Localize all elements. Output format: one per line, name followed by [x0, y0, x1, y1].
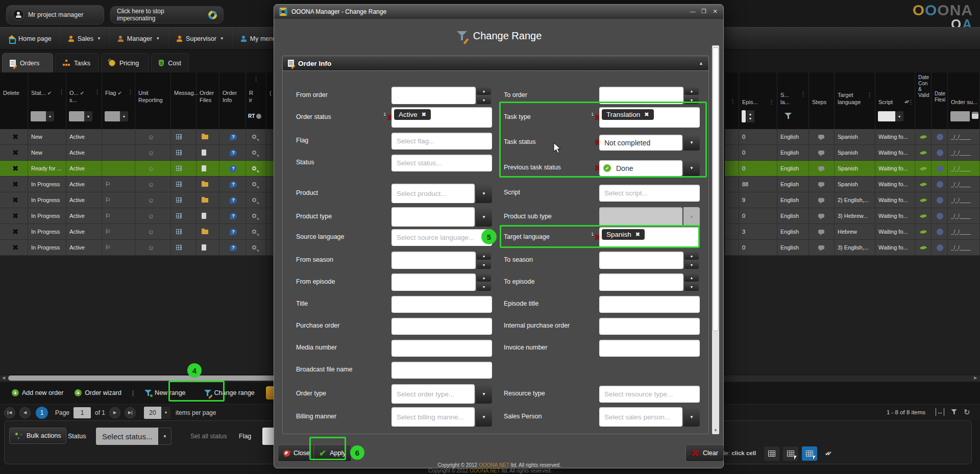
- first-page-button[interactable]: ◀: [4, 407, 15, 418]
- task-status-field[interactable]: Not completed▼: [599, 135, 700, 151]
- table-row[interactable]: ✖In ProgressActive⚐☺?: [0, 240, 274, 256]
- selected-tag[interactable]: Active✖: [394, 109, 431, 120]
- spinner-buttons[interactable]: ▲▼: [477, 252, 491, 269]
- bulk-status-select[interactable]: Select status...▼: [96, 428, 172, 445]
- table-row[interactable]: ✖NewActive☺?: [0, 145, 274, 161]
- tab-pricing[interactable]: Pricing: [101, 53, 149, 72]
- nav-home-page[interactable]: Home page: [0, 28, 60, 49]
- maximize-icon[interactable]: ❒: [700, 8, 708, 15]
- order-supply-filter[interactable]: [950, 111, 970, 121]
- internal-purchase-order-field[interactable]: [599, 318, 700, 335]
- apply-button[interactable]: ✔Apply: [313, 444, 352, 462]
- to-season-field[interactable]: ▲▼: [599, 252, 699, 269]
- spin-up-icon[interactable]: ▲: [477, 87, 491, 95]
- column-menu-icon[interactable]: ⋮: [769, 99, 774, 106]
- delete-row-button[interactable]: ✖: [0, 224, 28, 239]
- bulk-actions-button[interactable]: Bulk actions: [9, 428, 66, 444]
- delete-row-button[interactable]: ✖: [0, 145, 28, 160]
- nav-supervisor[interactable]: Supervisor▼: [168, 28, 233, 49]
- truncated-orange-button[interactable]: [266, 386, 274, 400]
- table-row[interactable]: ✖In ProgressActive⚐☺?: [0, 192, 274, 208]
- source-language-filter-icon[interactable]: [785, 112, 792, 119]
- refresh-icon[interactable]: ↻: [964, 408, 970, 417]
- table-row[interactable]: 0EnglishSpanishWaiting fo..._/_/____: [725, 129, 980, 145]
- remove-tag-icon[interactable]: ✖: [422, 111, 426, 118]
- current-page-button[interactable]: 1: [36, 407, 48, 419]
- selected-tag[interactable]: Spanish✖: [602, 229, 645, 240]
- chevron-down-icon[interactable]: ▼: [476, 384, 492, 404]
- chevron-down-icon[interactable]: ▼: [476, 184, 492, 203]
- bulk-flag-select[interactable]: [262, 428, 275, 445]
- from-season-field[interactable]: ▲▼: [391, 252, 491, 269]
- invoice-number-field[interactable]: [599, 340, 700, 357]
- script-filter[interactable]: ▼: [878, 111, 903, 121]
- minimize-icon[interactable]: —: [689, 8, 697, 14]
- prev-page-button[interactable]: ◀: [19, 407, 31, 418]
- cell-search[interactable]: [246, 177, 266, 192]
- spin-up-icon[interactable]: ▲: [684, 87, 699, 95]
- nav-sales[interactable]: Sales▼: [60, 28, 110, 49]
- clear-filters-icon[interactable]: [950, 408, 958, 417]
- column-menu-icon[interactable]: ⋮: [253, 76, 259, 83]
- broadcast-file-name-field[interactable]: [391, 362, 492, 379]
- from-episode-field[interactable]: ▲▼: [391, 273, 491, 291]
- order-status-field[interactable]: Active✖: [391, 107, 492, 128]
- delete-row-button[interactable]: ✖: [0, 240, 28, 255]
- column-menu-icon[interactable]: ⋮: [730, 98, 736, 105]
- episode-filter[interactable]: ▲▼: [742, 110, 759, 122]
- scroll-right-icon[interactable]: ▶: [974, 376, 977, 380]
- cell-search[interactable]: [246, 161, 266, 176]
- table-row[interactable]: 0EnglishSpanishWaiting fo..._/_/____: [725, 145, 980, 161]
- order-status-filter[interactable]: ▼: [69, 111, 92, 121]
- dialog-scrollbar-thumb[interactable]: [713, 47, 719, 331]
- delete-row-button[interactable]: ✖: [0, 192, 28, 208]
- delete-row-button[interactable]: ✖: [0, 208, 28, 223]
- sales-person-field[interactable]: Select sales person...▼: [599, 407, 700, 427]
- close-window-icon[interactable]: ✕: [711, 8, 719, 15]
- close-button[interactable]: Close: [278, 444, 315, 462]
- rt-toggle[interactable]: RT: [248, 113, 261, 119]
- set-all-status-button[interactable]: Set all status: [190, 433, 227, 440]
- media-number-field[interactable]: [391, 340, 492, 357]
- mode-grid-icon[interactable]: [764, 446, 779, 461]
- column-menu-icon[interactable]: ⋮: [800, 91, 806, 98]
- chevron-down-icon[interactable]: ▼: [683, 135, 700, 151]
- spin-up-icon[interactable]: ▲: [477, 273, 491, 282]
- spin-down-icon[interactable]: ▼: [477, 96, 491, 104]
- order-info-section-header[interactable]: Order Info ▲: [282, 56, 709, 71]
- cell-search[interactable]: [246, 192, 266, 208]
- spin-down-icon[interactable]: ▼: [477, 261, 491, 269]
- spinner-buttons[interactable]: ▲▼: [684, 273, 699, 291]
- source-language-field[interactable]: Select source language...: [391, 229, 492, 246]
- chevron-down-icon[interactable]: ▼: [683, 407, 700, 427]
- spinner-buttons[interactable]: ▲▼: [477, 273, 491, 291]
- cell-search[interactable]: [246, 208, 266, 223]
- delete-row-button[interactable]: ✖: [0, 177, 28, 192]
- column-menu-icon[interactable]: ⋮: [908, 99, 914, 106]
- spin-down-icon[interactable]: ▼: [684, 261, 699, 269]
- title-field[interactable]: [391, 296, 492, 313]
- order-type-field[interactable]: Select order type...▼: [391, 384, 492, 404]
- mode-click-cell-icon[interactable]: [802, 446, 817, 461]
- page-input[interactable]: 1: [74, 407, 91, 418]
- spin-down-icon[interactable]: ▼: [684, 96, 699, 104]
- table-row[interactable]: ✖In ProgressActive⚐☺?: [0, 224, 274, 240]
- table-row[interactable]: 0EnglishSpanishWaiting fo..._/_/____: [725, 161, 980, 177]
- add-new-order-button[interactable]: +Add new order: [8, 387, 67, 399]
- spin-down-icon[interactable]: ▼: [477, 283, 491, 291]
- resource-type-field[interactable]: Select resource type...: [599, 386, 700, 403]
- cell-search[interactable]: [246, 240, 266, 255]
- page-size-select[interactable]: 20▼: [144, 407, 170, 419]
- table-row[interactable]: 3EnglishHebrewWaiting fo..._/_/____: [725, 224, 980, 240]
- spinner-buttons[interactable]: ▲▼: [684, 252, 699, 269]
- column-menu-icon[interactable]: ⋮: [128, 89, 133, 96]
- spin-up-icon[interactable]: ▲: [684, 252, 699, 260]
- next-page-button[interactable]: ▶: [109, 407, 120, 418]
- to-episode-field[interactable]: ▲▼: [599, 273, 699, 291]
- clear-button[interactable]: ✖Clear: [685, 444, 724, 462]
- episode-title-field[interactable]: [599, 296, 700, 313]
- new-range-button[interactable]: New range: [141, 387, 189, 399]
- from-order-field[interactable]: ▲▼: [391, 87, 491, 104]
- flag-filter[interactable]: ▼: [105, 111, 128, 121]
- user-chip[interactable]: Mr project manager: [6, 5, 104, 24]
